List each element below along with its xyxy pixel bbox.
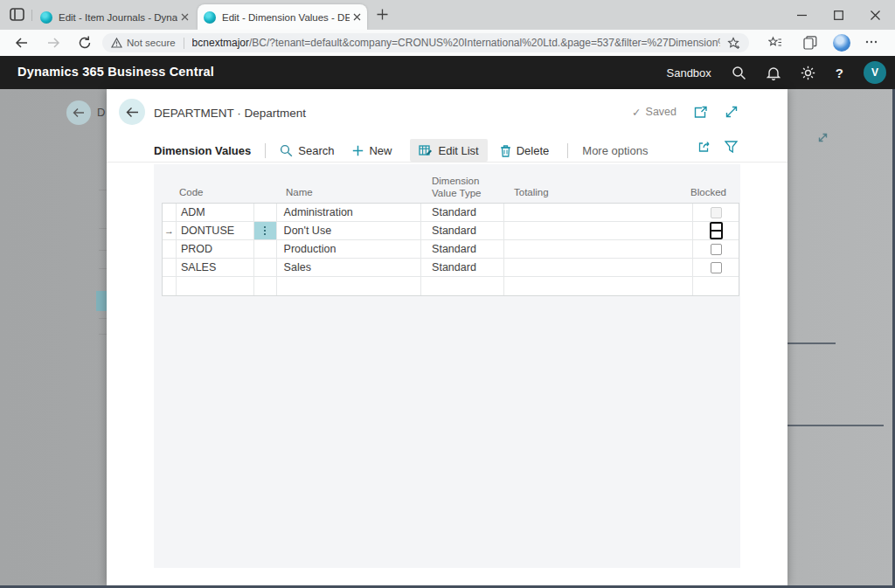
expand-page-icon[interactable] xyxy=(725,105,739,119)
open-in-new-window-icon[interactable] xyxy=(693,106,708,119)
code-cell[interactable] xyxy=(177,277,254,295)
row-menu-cell[interactable] xyxy=(254,259,277,276)
back-icon[interactable] xyxy=(14,35,30,51)
gear-icon[interactable] xyxy=(801,66,815,80)
forward-icon[interactable] xyxy=(45,35,61,51)
name-cell[interactable]: Production xyxy=(277,240,422,258)
row-menu-cell[interactable] xyxy=(254,222,277,239)
table-row[interactable]: PROD Production Standard xyxy=(163,240,739,259)
row-selector-cell[interactable] xyxy=(163,240,177,258)
page-back-button[interactable] xyxy=(119,99,145,125)
notifications-bell-icon[interactable] xyxy=(767,66,781,80)
table-row-empty[interactable] xyxy=(163,277,739,295)
column-header-code[interactable]: Code xyxy=(179,187,204,197)
tab-title: Edit - Dimension Values - DEPAR xyxy=(222,12,350,23)
tab-actions-menu-icon[interactable] xyxy=(10,8,24,21)
filter-icon[interactable] xyxy=(725,141,738,153)
name-cell[interactable]: Sales xyxy=(277,259,422,276)
maximize-icon[interactable] xyxy=(820,0,857,30)
blocked-cell[interactable] xyxy=(693,259,739,276)
totaling-cell[interactable] xyxy=(504,222,693,239)
add-favorite-icon[interactable] xyxy=(727,37,740,50)
name-cell[interactable] xyxy=(277,277,422,295)
app-title[interactable]: Dynamics 365 Business Central xyxy=(17,65,214,79)
delete-button[interactable]: Delete xyxy=(500,139,550,162)
value-type-cell[interactable]: Standard xyxy=(421,204,504,221)
search-icon[interactable] xyxy=(732,66,746,80)
help-icon[interactable]: ? xyxy=(836,66,843,80)
dimmed-gridline xyxy=(99,334,107,335)
url-path: /BC/?tenant=default&company=CRONUS%20Int… xyxy=(249,37,720,49)
row-options-icon[interactable] xyxy=(264,226,266,235)
row-selector-cell[interactable] xyxy=(163,204,177,221)
tab-item-journals[interactable]: Edit - Item Journals - Dynamics 3 xyxy=(34,5,195,29)
environment-badge[interactable]: Sandbox xyxy=(667,66,711,80)
totaling-cell[interactable] xyxy=(504,204,693,221)
user-avatar[interactable]: V xyxy=(864,61,886,84)
profile-avatar[interactable] xyxy=(833,34,850,52)
minimize-icon[interactable] xyxy=(783,0,820,30)
close-tab-icon[interactable] xyxy=(353,13,361,21)
column-header-value-type[interactable]: Dimension Value Type xyxy=(432,175,481,199)
close-tab-icon[interactable] xyxy=(181,13,189,21)
favorites-icon[interactable] xyxy=(768,36,782,50)
value-type-cell[interactable]: Standard xyxy=(421,240,504,258)
edit-list-button-label: Edit List xyxy=(438,144,478,157)
address-bar[interactable]: Not secure bcnextmajor/BC/?tenant=defaul… xyxy=(102,33,749,52)
url-text[interactable]: bcnextmajor/BC/?tenant=default&company=C… xyxy=(192,37,720,49)
value-type-cell[interactable]: Standard xyxy=(421,259,504,276)
dimmed-gridline xyxy=(99,228,107,229)
blocked-cell[interactable] xyxy=(693,240,739,258)
tab-title: Edit - Item Journals - Dynamics 3 xyxy=(59,12,177,23)
list-panel: Code Name Dimension Value Type Totaling … xyxy=(154,164,740,568)
new-button-label: New xyxy=(369,144,392,157)
totaling-cell[interactable] xyxy=(504,259,693,276)
table-row-selected[interactable]: → DONTUSE Don't Use Standard xyxy=(163,222,739,240)
value-type-cell[interactable] xyxy=(421,277,504,295)
blocked-checkbox[interactable] xyxy=(711,262,722,273)
column-header-name[interactable]: Name xyxy=(286,187,313,197)
edit-list-button[interactable]: Edit List xyxy=(410,139,487,162)
dimmed-gridline xyxy=(99,190,107,190)
new-button[interactable]: New xyxy=(352,139,392,162)
row-selector-cell[interactable]: → xyxy=(163,222,177,239)
dimmed-divider xyxy=(787,342,836,344)
security-label[interactable]: Not secure xyxy=(127,38,176,48)
blocked-checkbox-focused[interactable] xyxy=(710,222,723,239)
code-cell[interactable]: ADM xyxy=(177,204,254,221)
share-icon[interactable] xyxy=(697,140,712,153)
code-cell[interactable]: SALES xyxy=(177,259,254,276)
blocked-cell[interactable] xyxy=(693,222,739,239)
new-tab-icon[interactable] xyxy=(377,9,388,20)
value-type-cell[interactable]: Standard xyxy=(421,222,504,239)
table-row[interactable]: ADM Administration Standard xyxy=(163,204,739,222)
row-selector-cell[interactable] xyxy=(163,277,177,295)
close-window-icon[interactable] xyxy=(857,0,893,30)
totaling-cell[interactable] xyxy=(504,277,693,295)
blocked-cell[interactable] xyxy=(693,204,739,221)
row-selector-cell[interactable] xyxy=(163,259,177,276)
name-cell[interactable]: Administration xyxy=(277,204,422,221)
table-row[interactable]: SALES Sales Standard xyxy=(163,259,739,277)
toolbar-divider xyxy=(265,143,266,158)
search-button[interactable]: Search xyxy=(280,139,334,162)
refresh-icon[interactable] xyxy=(77,35,93,51)
toolbar-separator-line xyxy=(107,162,787,163)
collections-icon[interactable] xyxy=(803,36,817,50)
tab-dimension-values[interactable]: Edit - Dimension Values - DEPAR xyxy=(198,4,367,30)
app-header: Dynamics 365 Business Central Sandbox ? … xyxy=(0,56,895,89)
column-header-blocked[interactable]: Blocked xyxy=(690,187,726,197)
more-options-button[interactable]: More options xyxy=(582,139,648,162)
row-menu-cell[interactable] xyxy=(254,204,277,221)
column-header-totaling[interactable]: Totaling xyxy=(514,187,549,197)
totaling-cell[interactable] xyxy=(504,240,693,258)
blocked-checkbox[interactable] xyxy=(711,244,722,255)
code-cell[interactable]: DONTUSE xyxy=(177,222,254,239)
blocked-cell[interactable] xyxy=(693,277,739,295)
settings-more-icon[interactable] xyxy=(864,35,878,49)
row-menu-cell[interactable] xyxy=(254,277,277,295)
code-cell[interactable]: PROD xyxy=(177,240,254,258)
row-menu-cell[interactable] xyxy=(254,240,277,258)
address-divider xyxy=(184,38,184,49)
name-cell[interactable]: Don't Use xyxy=(277,222,422,239)
